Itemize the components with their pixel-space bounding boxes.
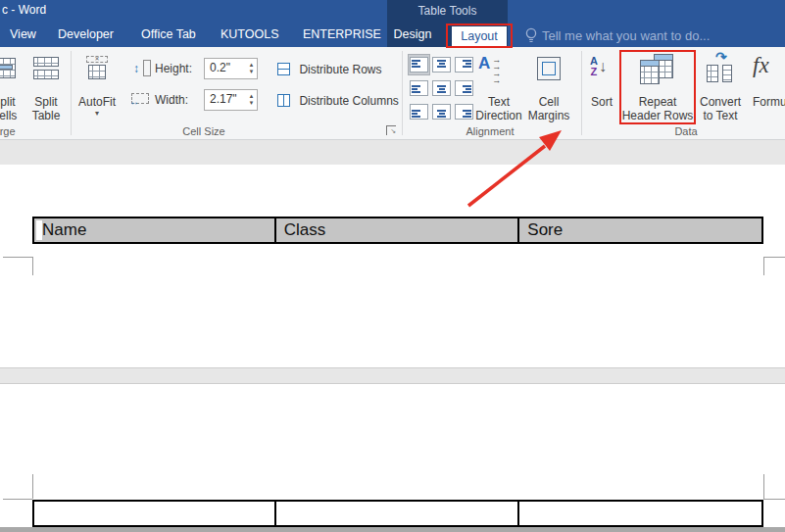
align-center-left-icon xyxy=(410,80,428,96)
align-bottom-center-button[interactable] xyxy=(431,102,452,121)
cell-margins-icon xyxy=(537,57,561,80)
window-title: c - Word xyxy=(2,3,46,17)
align-bottom-right-icon xyxy=(455,104,473,120)
align-center-button[interactable] xyxy=(431,78,452,98)
table-empty-row[interactable] xyxy=(32,500,763,527)
document-background-band xyxy=(0,140,785,165)
cell-margins-button[interactable]: Cell Margins xyxy=(525,51,572,131)
text-boundary-mark xyxy=(763,499,785,500)
distribute-columns-icon xyxy=(277,94,290,107)
split-cells-icon xyxy=(0,58,16,78)
align-top-center-icon xyxy=(432,57,451,73)
distribute-rows-icon xyxy=(277,63,290,75)
layout-tab-highlight-box xyxy=(446,24,513,48)
tab-office-tab[interactable]: Office Tab xyxy=(141,27,196,44)
header-cell-sore[interactable]: Sore xyxy=(519,218,761,242)
distribute-rows-button[interactable]: Distribute Rows xyxy=(277,60,381,77)
autofit-button[interactable]: ✕ AutoFit ▾ xyxy=(76,51,118,131)
table-header-row[interactable]: Name Class Sore xyxy=(32,217,763,244)
align-bottom-center-icon xyxy=(432,104,451,120)
text-boundary-mark xyxy=(763,257,785,258)
data-group-label: Data xyxy=(627,125,745,137)
repeat-header-rows-highlight-box xyxy=(619,50,696,124)
sort-button[interactable]: A Z ↓ Sort xyxy=(584,51,619,131)
word-window: c - Word Table Tools View Developer Offi… xyxy=(0,0,785,532)
tab-developer[interactable]: Developer xyxy=(58,27,114,44)
formula-icon: fx xyxy=(753,53,769,78)
split-cells-button[interactable]: Split Cells xyxy=(0,51,25,131)
text-boundary-mark xyxy=(3,499,32,500)
tab-enterprise[interactable]: ENTERPRISE xyxy=(303,27,381,44)
row-height-icon: ↕ xyxy=(133,59,151,76)
tell-me-lightbulb-icon xyxy=(524,27,538,48)
formula-button[interactable]: fx Formula xyxy=(745,51,785,131)
align-bottom-right-button[interactable] xyxy=(454,102,474,121)
tell-me-box[interactable]: Tell me what you want to do... xyxy=(542,28,710,43)
column-width-label: Width: xyxy=(155,93,188,107)
column-width-spinner[interactable]: ▲▼ xyxy=(246,90,257,110)
tab-design[interactable]: Design xyxy=(391,27,434,44)
text-direction-button[interactable]: A →→→→ Text Direction xyxy=(472,51,525,131)
row-height-spinner[interactable]: ▲▼ xyxy=(246,59,257,78)
empty-cell[interactable] xyxy=(276,502,520,525)
text-boundary-mark xyxy=(32,257,33,275)
bottom-edge-strip xyxy=(0,527,785,532)
convert-to-text-icon: ↷ xyxy=(707,53,734,86)
align-center-right-button[interactable] xyxy=(454,78,474,98)
text-direction-icon: A →→→→ xyxy=(478,55,501,84)
cell-margin-sliver xyxy=(36,220,42,240)
text-boundary-mark xyxy=(763,474,764,499)
group-separator xyxy=(581,51,582,135)
align-top-right-icon xyxy=(455,57,473,73)
tab-view[interactable]: View xyxy=(10,27,36,44)
empty-cell[interactable] xyxy=(519,502,761,525)
text-boundary-mark xyxy=(3,257,32,258)
cell-size-dialog-launcher[interactable]: ↘ xyxy=(386,125,396,135)
text-boundary-mark xyxy=(32,474,33,499)
group-separator xyxy=(71,51,72,135)
align-top-center-button[interactable] xyxy=(431,55,452,74)
group-separator xyxy=(402,51,403,135)
align-center-icon xyxy=(432,80,451,96)
column-width-icon: ↔ xyxy=(131,90,149,108)
align-bottom-left-icon xyxy=(410,104,428,120)
distribute-columns-button[interactable]: Distribute Columns xyxy=(277,91,399,109)
page-1 xyxy=(0,165,785,367)
align-top-left-icon xyxy=(410,57,428,73)
tab-kutools[interactable]: KUTOOLS xyxy=(221,27,279,44)
align-center-left-button[interactable] xyxy=(409,78,429,98)
convert-to-text-button[interactable]: ↷ Convert to Text xyxy=(696,51,745,131)
row-height-label: Height: xyxy=(155,62,192,75)
align-center-right-icon xyxy=(455,80,473,96)
table-tools-label: Table Tools xyxy=(387,4,508,18)
header-cell-class[interactable]: Class xyxy=(276,218,520,242)
alignment-group-label: Alignment xyxy=(431,125,549,137)
align-bottom-left-button[interactable] xyxy=(409,102,429,121)
align-top-left-button[interactable] xyxy=(409,55,429,74)
split-table-button[interactable]: Split Table xyxy=(25,51,67,131)
sort-icon: A Z ↓ xyxy=(590,56,607,77)
header-cell-name[interactable]: Name xyxy=(34,218,276,242)
align-top-right-button[interactable] xyxy=(454,55,474,74)
empty-cell[interactable] xyxy=(34,502,276,525)
page-gap xyxy=(0,367,785,384)
cell-size-group-label: Cell Size xyxy=(118,125,290,137)
text-boundary-mark xyxy=(763,257,764,275)
autofit-dropdown-arrow: ▾ xyxy=(76,109,118,118)
merge-group-label: Merge xyxy=(0,125,22,137)
